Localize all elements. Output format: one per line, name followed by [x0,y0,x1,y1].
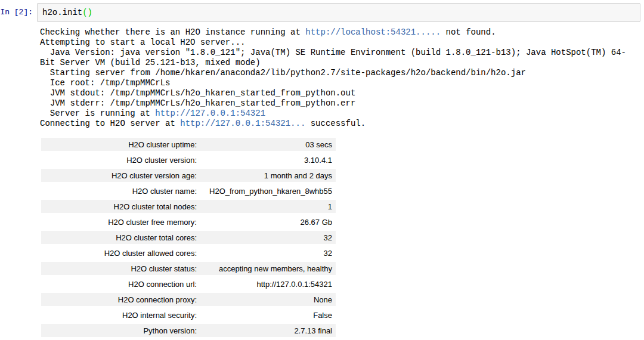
row-value: accepting new members, healthy [200,262,336,275]
row-label: H2O cluster total cores: [41,231,200,244]
row-label: H2O cluster name: [41,184,200,197]
row-value: 2.7.13 final [200,324,336,337]
console-output: Checking whether there is an H2O instanc… [40,27,644,129]
row-label: H2O cluster version: [41,153,200,166]
console-text: JVM stderr: /tmp/tmpMMCrLs/h2o_hkaren_st… [40,98,355,108]
table-row: H2O cluster uptime:03 secs [41,138,336,151]
table-row: H2O cluster free memory:26.67 Gb [41,215,336,228]
row-label: H2O connection proxy: [41,293,200,306]
row-value: H2O_from_python_hkaren_8whb55 [200,184,336,197]
row-value: 26.67 Gb [200,215,336,228]
console-line: Starting server from /home/hkaren/anacon… [40,68,644,78]
console-text: successful. [305,119,366,128]
row-value: 32 [200,231,336,244]
row-value: 1 month and 2 days [200,169,336,182]
table-row: H2O cluster status:accepting new members… [41,262,336,275]
console-text: Connecting to H2O server at [40,119,180,128]
row-label: H2O cluster free memory: [41,215,200,228]
row-label: H2O cluster allowed cores: [41,246,200,259]
console-line: Checking whether there is an H2O instanc… [40,27,644,38]
console-line: Ice root: /tmp/tmpMMCrLs [40,78,644,88]
h2o-cluster-info-table: H2O cluster uptime:03 secsH2O cluster ve… [41,135,336,339]
console-text: Java Version: java version "1.8.0_121"; … [40,48,626,57]
console-line: JVM stdout: /tmp/tmpMMCrLs/h2o_hkaren_st… [40,88,644,98]
console-line: Connecting to H2O server at http://127.0… [40,119,644,129]
console-text: Server is running at [40,109,155,118]
console-text: Bit Server VM (build 25.121-b13, mixed m… [40,58,261,67]
table-row: H2O cluster version:3.10.4.1 [41,153,336,166]
row-label: H2O cluster status: [41,262,200,275]
row-label: H2O internal security: [41,308,200,322]
table-row: H2O connection url:http://127.0.0.1:5432… [41,277,336,290]
input-prompt: In [2]: [0,3,33,17]
table-row: H2O cluster total cores:32 [41,231,336,244]
server-url-link[interactable]: http://127.0.0.1:54321... [180,119,305,128]
row-value: 03 secs [200,138,336,151]
row-label: H2O connection url: [41,277,200,290]
console-line: JVM stderr: /tmp/tmpMMCrLs/h2o_hkaren_st… [40,98,644,109]
code-parens: () [82,8,92,17]
notebook-code-cell: In [2]: h2o.init() Checking whether ther… [0,3,644,339]
console-text: Attempting to start a local H2O server..… [40,38,245,47]
table-row: H2O cluster total nodes:1 [41,200,336,213]
console-text: Checking whether there is an H2O instanc… [40,27,305,37]
table-row: H2O internal security:False [41,308,336,322]
table-row: H2O cluster version age:1 month and 2 da… [41,169,336,182]
localhost-url-link[interactable]: http://localhost:54321..... [305,27,441,37]
table-row: H2O cluster allowed cores:32 [41,246,336,259]
row-value: 1 [200,200,336,213]
table-row: H2O connection proxy:None [41,293,336,306]
table-row: H2O cluster name:H2O_from_python_hkaren_… [41,184,336,197]
console-text: not found. [441,27,496,37]
cell-input-row: In [2]: h2o.init() [0,3,644,22]
console-line: Bit Server VM (build 25.121-b13, mixed m… [40,58,644,68]
console-line: Server is running at http://127.0.0.1:54… [40,109,644,119]
console-line: Attempting to start a local H2O server..… [40,38,644,48]
code-editor[interactable]: h2o.init() [37,3,640,22]
cell-output-area: Checking whether there is an H2O instanc… [0,27,644,339]
server-url-link[interactable]: http://127.0.0.1:54321 [155,109,265,118]
table-row: Python version:2.7.13 final [41,324,336,337]
console-text: Starting server from /home/hkaren/anacon… [40,68,526,78]
row-label: Python version: [41,324,200,337]
row-value: None [200,293,336,306]
row-value: False [200,308,336,322]
console-line: Java Version: java version "1.8.0_121"; … [40,48,644,58]
code-call: h2o.init [42,8,82,17]
row-label: H2O cluster uptime: [41,138,200,151]
row-value: 3.10.4.1 [200,153,336,166]
row-label: H2O cluster version age: [41,169,200,182]
row-value: 32 [200,246,336,259]
row-label: H2O cluster total nodes: [41,200,200,213]
console-text: Ice root: /tmp/tmpMMCrLs [40,78,170,88]
row-value: http://127.0.0.1:54321 [200,277,336,290]
console-text: JVM stdout: /tmp/tmpMMCrLs/h2o_hkaren_st… [40,88,355,98]
